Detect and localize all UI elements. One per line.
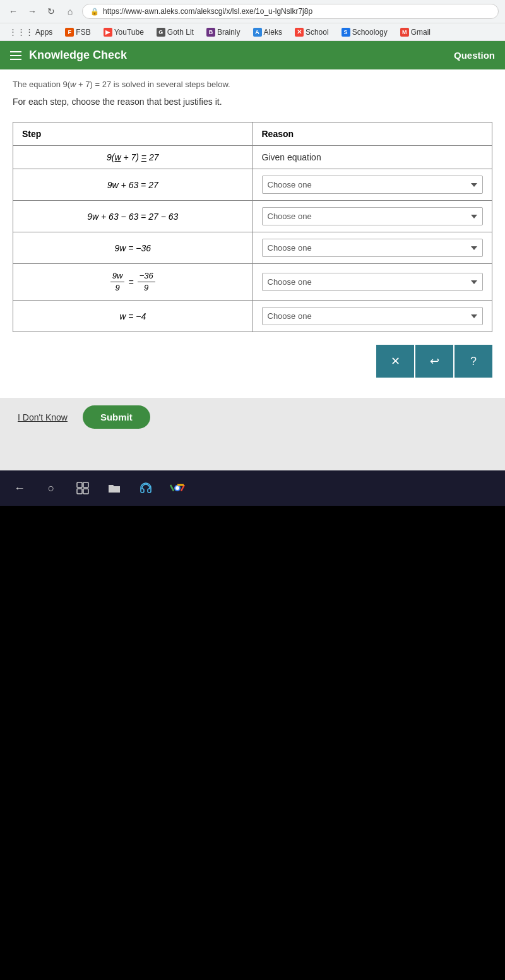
main-content: The equation 9(w + 7) = 27 is solved in … [0,69,505,398]
hamburger-menu[interactable] [10,51,21,60]
taskbar-home-button[interactable]: ○ [42,479,61,498]
table-row: 9(w + 7) = 27 Given equation [13,146,492,169]
headphones-icon [139,481,153,495]
step-math-5: 9w 9 = −36 9 [110,270,155,294]
browser-nav: ← → ↻ ⌂ 🔒 https://www-awn.aleks.com/alek… [0,0,505,23]
black-area [0,506,505,980]
step-cell-4: 9w = −36 [13,232,253,264]
goth-lit-icon: G [157,28,165,37]
svg-rect-2 [77,489,82,494]
back-button[interactable]: ← [6,4,20,18]
step-math-3: 9w + 63 − 63 = 27 − 63 [87,212,178,222]
svg-point-5 [175,486,179,490]
reason-select-2[interactable]: Choose one Distributive Property Additio… [262,176,484,194]
recents-icon [76,481,90,495]
bookmark-aleks-label: Aleks [264,28,282,37]
header-title: Knowledge Check [29,49,127,62]
fsb-icon: F [65,28,74,37]
reason-cell-4[interactable]: Choose one Distributive Property Additio… [252,232,492,264]
reason-select-3[interactable]: Choose one Distributive Property Additio… [262,207,484,225]
bookmark-schoology-label: Schoology [352,28,388,37]
bookmark-fsb[interactable]: F FSB [62,27,93,38]
step-cell-6: w = −4 [13,301,253,332]
reload-button[interactable]: ↻ [44,4,58,18]
home-button[interactable]: ⌂ [63,4,77,18]
instruction-text: For each step, choose the reason that be… [13,97,492,107]
step-math-6: w = −4 [119,311,146,321]
bookmark-school[interactable]: ✕ School [292,27,331,38]
folder-icon [107,481,121,495]
bookmark-schoology[interactable]: S Schoology [339,27,390,38]
bookmark-brainly[interactable]: B Brainly [204,27,243,38]
col-header-step: Step [13,122,253,146]
gmail-icon: M [400,28,409,37]
browser-chrome: ← → ↻ ⌂ 🔒 https://www-awn.aleks.com/alek… [0,0,505,41]
schoology-icon: S [342,28,350,37]
youtube-icon: ▶ [104,28,112,37]
step-math-1: 9(w + 7) = 27 [107,152,159,162]
taskbar: ← ○ [0,470,505,506]
step-cell-2: 9w + 63 = 27 [13,169,253,201]
fraction-left: 9w 9 [110,270,125,294]
taskbar-files-button[interactable] [105,479,124,498]
svg-rect-3 [83,489,88,494]
table-row: 9w + 63 − 63 = 27 − 63 Choose one Distri… [13,201,492,232]
bookmark-apps[interactable]: ⋮⋮⋮ Apps [6,26,55,38]
bookmark-aleks[interactable]: A Aleks [251,27,285,38]
taskbar-recents-button[interactable] [73,479,92,498]
apps-grid-icon: ⋮⋮⋮ [9,27,33,37]
bottom-buttons: I Don't Know Submit [0,398,505,439]
table-row: w = −4 Choose one Distributive Property … [13,301,492,332]
reason-cell-3[interactable]: Choose one Distributive Property Additio… [252,201,492,232]
address-bar[interactable]: 🔒 https://www-awn.aleks.com/alekscgi/x/l… [82,4,499,19]
given-equation-text: Given equation [262,152,321,162]
bookmarks-bar: ⋮⋮⋮ Apps F FSB ▶ YouTube G Goth Lit B Br… [0,23,505,41]
reason-select-5[interactable]: Choose one Distributive Property Additio… [262,273,484,291]
step-math-4: 9w = −36 [114,243,151,253]
lock-icon: 🔒 [90,8,99,16]
svg-rect-0 [77,482,82,487]
taskbar-audio-button[interactable] [136,479,155,498]
bookmark-youtube[interactable]: ▶ YouTube [101,27,146,38]
bookmark-apps-label: Apps [35,28,52,37]
help-button[interactable]: ? [454,345,492,378]
step-math-2: 9w + 63 = 27 [107,180,158,190]
step-cell-5: 9w 9 = −36 9 [13,264,253,301]
fraction-right: −36 9 [138,270,155,294]
bookmark-gmail[interactable]: M Gmail [398,27,433,38]
header: Knowledge Check Question [0,41,505,69]
chrome-icon [170,481,185,496]
close-button[interactable]: ✕ [376,345,414,378]
bookmark-fsb-label: FSB [76,28,90,37]
reason-select-6[interactable]: Choose one Distributive Property Additio… [262,307,484,325]
reason-cell-2[interactable]: Choose one Distributive Property Additio… [252,169,492,201]
bookmark-youtube-label: YouTube [114,28,144,37]
school-icon: ✕ [295,28,304,37]
bookmark-goth-lit[interactable]: G Goth Lit [154,27,196,38]
page-content: Knowledge Check Question The equation 9(… [0,41,505,470]
bookmark-brainly-label: Brainly [217,28,241,37]
reason-cell-1: Given equation [252,146,492,169]
taskbar-back-button[interactable]: ← [10,479,29,498]
brainly-icon: B [206,28,215,37]
dont-know-button[interactable]: I Don't Know [13,410,73,425]
taskbar-chrome-button[interactable] [168,479,187,498]
bookmark-gmail-label: Gmail [411,28,431,37]
svg-rect-1 [83,482,88,487]
submit-button[interactable]: Submit [83,405,150,429]
reason-cell-5[interactable]: Choose one Distributive Property Additio… [252,264,492,301]
reason-cell-6[interactable]: Choose one Distributive Property Additio… [252,301,492,332]
table-row: 9w 9 = −36 9 Choose one [13,264,492,301]
step-cell-3: 9w + 63 − 63 = 27 − 63 [13,201,253,232]
steps-table: Step Reason 9(w + 7) = 27 Given equation [13,122,492,332]
bookmark-school-label: School [306,28,329,37]
bookmark-goth-lit-label: Goth Lit [167,28,194,37]
table-row: 9w = −36 Choose one Distributive Propert… [13,232,492,264]
undo-button[interactable]: ↩ [415,345,453,378]
aleks-icon: A [253,28,262,37]
reason-select-4[interactable]: Choose one Distributive Property Additio… [262,239,484,257]
header-left: Knowledge Check [10,49,127,62]
url-text: https://www-awn.aleks.com/alekscgi/x/lsl… [103,7,312,16]
step-cell-1: 9(w + 7) = 27 [13,146,253,169]
forward-button[interactable]: → [25,4,39,18]
